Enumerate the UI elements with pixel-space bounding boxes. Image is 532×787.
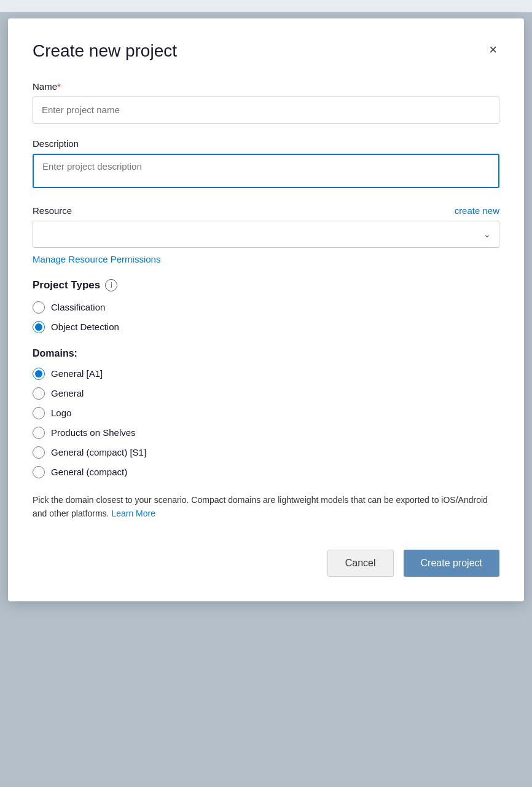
radio-item-general-compact[interactable]: General (compact): [33, 466, 499, 478]
radio-item-general-a1[interactable]: General [A1]: [33, 368, 499, 380]
resource-header: Resource create new: [33, 205, 499, 216]
project-types-header: Project Types i: [33, 279, 499, 291]
name-input[interactable]: [33, 97, 499, 124]
domains-label: Domains:: [33, 348, 499, 359]
radio-general[interactable]: [33, 387, 45, 400]
resource-select[interactable]: [33, 221, 499, 248]
project-types-label: Project Types: [33, 279, 100, 291]
resource-label: Resource: [33, 205, 72, 216]
radio-general-compact-s1[interactable]: [33, 446, 45, 459]
radio-label-general-compact-s1: General (compact) [S1]: [51, 447, 146, 457]
radio-label-products-on-shelves: Products on Shelves: [51, 427, 136, 438]
radio-item-general[interactable]: General: [33, 387, 499, 400]
project-types-group: Classification Object Detection: [33, 301, 499, 333]
name-section: Name*: [33, 81, 499, 124]
name-label: Name*: [33, 81, 499, 92]
radio-label-general: General: [51, 388, 84, 398]
description-section: Description: [33, 138, 499, 191]
radio-classification[interactable]: [33, 301, 45, 314]
description-input[interactable]: [33, 154, 499, 188]
radio-general-compact[interactable]: [33, 466, 45, 478]
radio-item-general-compact-s1[interactable]: General (compact) [S1]: [33, 446, 499, 459]
hint-text: Pick the domain closest to your scenario…: [33, 493, 499, 521]
learn-more-link[interactable]: Learn More: [111, 508, 155, 518]
required-star: *: [57, 81, 61, 92]
radio-item-object-detection[interactable]: Object Detection: [33, 321, 499, 333]
radio-products-on-shelves[interactable]: [33, 427, 45, 439]
radio-label-general-a1: General [A1]: [51, 368, 103, 379]
close-button[interactable]: ×: [487, 41, 499, 59]
radio-item-logo[interactable]: Logo: [33, 407, 499, 419]
resource-section: Resource create new ⌄ Manage Resource Pe…: [33, 205, 499, 264]
domains-section: Domains: General [A1] General Logo Produ…: [33, 348, 499, 521]
description-label: Description: [33, 138, 499, 149]
modal-title: Create new project: [33, 41, 177, 61]
radio-label-logo: Logo: [51, 408, 71, 418]
radio-object-detection[interactable]: [33, 321, 45, 333]
radio-label-object-detection: Object Detection: [51, 322, 119, 332]
modal-overlay: Create new project × Name* Description R…: [0, 12, 532, 787]
radio-label-classification: Classification: [51, 302, 105, 312]
cancel-button[interactable]: Cancel: [327, 550, 394, 577]
modal-dialog: Create new project × Name* Description R…: [8, 18, 524, 601]
resource-select-wrapper: ⌄: [33, 221, 499, 248]
modal-footer: Cancel Create project: [33, 550, 499, 577]
domains-group: General [A1] General Logo Products on Sh…: [33, 368, 499, 478]
radio-general-a1[interactable]: [33, 368, 45, 380]
create-new-link[interactable]: create new: [455, 205, 499, 216]
modal-header: Create new project ×: [33, 41, 499, 61]
radio-label-general-compact: General (compact): [51, 467, 127, 477]
project-types-section: Project Types i Classification Object De…: [33, 279, 499, 333]
radio-item-classification[interactable]: Classification: [33, 301, 499, 314]
radio-logo[interactable]: [33, 407, 45, 419]
create-project-button[interactable]: Create project: [404, 550, 500, 577]
manage-permissions-link[interactable]: Manage Resource Permissions: [33, 254, 499, 264]
radio-item-products-on-shelves[interactable]: Products on Shelves: [33, 427, 499, 439]
info-icon[interactable]: i: [105, 279, 117, 291]
